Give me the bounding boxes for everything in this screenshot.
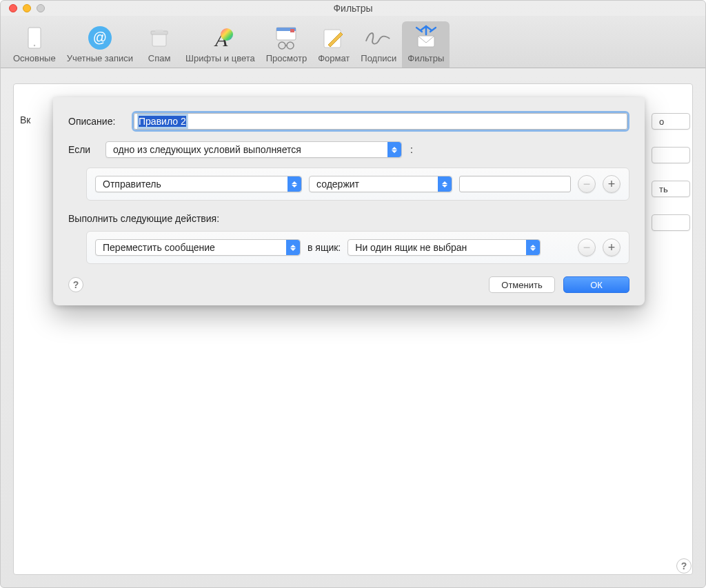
plus-icon: + xyxy=(608,177,616,192)
select-arrows-icon xyxy=(526,240,540,255)
toolbar-label: Фильтры xyxy=(407,53,444,63)
toolbar-label: Формат xyxy=(318,53,350,63)
condition-value-input[interactable] xyxy=(459,176,571,192)
condition-field-value: Отправитель xyxy=(103,179,161,190)
signatures-icon xyxy=(363,24,394,52)
remove-action-button[interactable]: − xyxy=(578,239,596,256)
description-input[interactable] xyxy=(134,113,627,130)
toolbar-tab-viewing[interactable]: Просмотр xyxy=(261,21,312,68)
bg-button-peek-4[interactable] xyxy=(652,214,690,231)
add-condition-button[interactable]: + xyxy=(603,175,621,193)
bg-button-peek-3[interactable]: ть xyxy=(652,181,690,197)
condition-operator-value: содержит xyxy=(316,179,359,190)
minus-icon: − xyxy=(583,241,591,255)
general-icon xyxy=(19,24,50,52)
cancel-button[interactable]: Отменить xyxy=(489,276,555,293)
toolbar-tab-rules[interactable]: Фильтры xyxy=(402,21,450,68)
conditions-container: Отправитель содержит − + xyxy=(86,168,629,201)
select-arrows-icon xyxy=(288,176,301,192)
ok-button[interactable]: ОК xyxy=(563,276,629,293)
titlebar: Фильтры xyxy=(1,1,705,16)
if-label: Если xyxy=(68,144,105,155)
viewing-icon xyxy=(271,24,301,52)
add-action-button[interactable]: + xyxy=(603,239,621,256)
select-arrows-icon xyxy=(438,176,452,192)
junk-icon xyxy=(144,24,174,52)
svg-point-12 xyxy=(287,42,294,49)
description-label: Описание: xyxy=(68,116,132,127)
action-mailbox-value: Ни один ящик не выбран xyxy=(355,242,467,253)
condition-operator-select[interactable]: содержит xyxy=(309,176,452,192)
preferences-window: Фильтры Основные @ Учетные записи Спам xyxy=(0,0,706,588)
rule-editor-sheet: Описание: Если одно из следующих условий… xyxy=(53,97,645,305)
fonts-colors-icon: A xyxy=(205,24,235,52)
accounts-icon: @ xyxy=(85,24,115,52)
window-help-button[interactable]: ? xyxy=(676,558,692,574)
plus-icon: + xyxy=(608,241,616,255)
bg-button-peek-2[interactable] xyxy=(652,147,690,163)
condition-match-value: одно из следующих условий выполняется xyxy=(113,144,301,155)
svg-point-1 xyxy=(34,45,35,46)
svg-rect-4 xyxy=(152,34,166,46)
toolbar-label: Просмотр xyxy=(266,53,307,63)
minus-icon: − xyxy=(583,177,591,192)
toolbar-tab-junk[interactable]: Спам xyxy=(139,21,180,68)
composing-icon xyxy=(319,24,349,52)
rules-icon xyxy=(411,24,441,52)
description-focus-ring xyxy=(132,111,629,132)
svg-point-7 xyxy=(221,28,233,41)
help-icon: ? xyxy=(73,279,79,290)
help-icon: ? xyxy=(681,560,687,571)
remove-condition-button[interactable]: − xyxy=(578,175,596,193)
toolbar-label: Подписи xyxy=(361,53,396,63)
actions-title: Выполнить следующие действия: xyxy=(68,213,629,224)
svg-point-11 xyxy=(279,42,285,49)
toolbar-tab-accounts[interactable]: @ Учетные записи xyxy=(61,21,139,68)
action-mailbox-select[interactable]: Ни один ящик не выбран xyxy=(347,239,541,256)
select-arrows-icon xyxy=(387,142,401,157)
toolbar-tab-general[interactable]: Основные xyxy=(8,21,61,68)
toolbar-tab-signatures[interactable]: Подписи xyxy=(355,21,402,68)
condition-field-select[interactable]: Отправитель xyxy=(95,176,302,192)
preferences-toolbar: Основные @ Учетные записи Спам A Шрифты … xyxy=(1,16,705,68)
toolbar-label: Шрифты и цвета xyxy=(185,53,255,63)
toolbar-label: Учетные записи xyxy=(67,53,133,63)
toolbar-label: Основные xyxy=(13,53,56,63)
condition-match-select[interactable]: одно из следующих условий выполняется xyxy=(105,141,402,158)
action-verb-value: Переместить сообщение xyxy=(103,242,215,253)
svg-rect-10 xyxy=(290,29,294,32)
column-header-peek: Вк xyxy=(20,114,30,125)
bg-add-rule-button[interactable]: о xyxy=(652,113,690,130)
actions-container: Переместить сообщение в ящик: Ни один ящ… xyxy=(86,231,629,264)
toolbar-tab-fonts[interactable]: A Шрифты и цвета xyxy=(180,21,261,68)
svg-text:@: @ xyxy=(93,30,107,45)
window-title: Фильтры xyxy=(1,3,705,14)
sheet-help-button[interactable]: ? xyxy=(68,277,83,292)
select-arrows-icon xyxy=(286,240,300,255)
toolbar-label: Спам xyxy=(148,53,171,63)
action-verb-select[interactable]: Переместить сообщение xyxy=(95,239,301,256)
action-to-label: в ящик: xyxy=(307,242,341,253)
if-colon: : xyxy=(410,144,413,155)
toolbar-tab-composing[interactable]: Формат xyxy=(312,21,355,68)
